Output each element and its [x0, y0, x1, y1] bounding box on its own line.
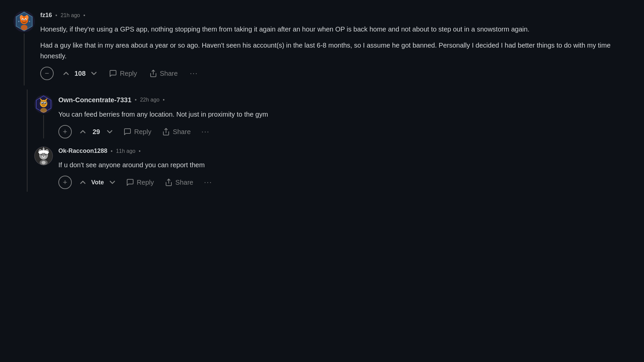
- svg-point-42: [42, 161, 46, 164]
- reply-button-ok-raccoon[interactable]: Reply: [123, 177, 157, 188]
- avatar-own-concentrate: [34, 95, 53, 114]
- reply-body-own-concentrate: Own-Concentrate-7331 • 22h ago • You can…: [58, 95, 631, 138]
- username-ok-raccoon: Ok-Raccoon1288: [58, 146, 107, 156]
- dot-sep-r2: •: [111, 147, 113, 155]
- reply-button-fz16[interactable]: Reply: [106, 68, 140, 79]
- dot-sep-r1-2: •: [163, 96, 165, 104]
- reply-text-ok-raccoon: If u don't see anyone around you can rep…: [58, 160, 631, 170]
- reply-icon-r1: [123, 128, 131, 136]
- timestamp-fz16: 21h ago: [61, 11, 80, 19]
- downvote-button-ok-raccoon[interactable]: [107, 177, 118, 188]
- share-button-own-concentrate[interactable]: Share: [159, 126, 193, 137]
- more-button-fz16[interactable]: ···: [187, 68, 201, 79]
- downvote-button-fz16[interactable]: [88, 68, 100, 79]
- reply-left-col-2: [34, 146, 53, 189]
- dot-sep-r1: •: [135, 96, 137, 104]
- top-level-comment: fz16 • 21h ago • Honestly, if they're us…: [13, 7, 631, 89]
- svg-point-32: [45, 154, 46, 155]
- comment-header-ok-raccoon: Ok-Raccoon1288 • 11h ago •: [58, 146, 631, 156]
- reply-body-ok-raccoon: Ok-Raccoon1288 • 11h ago • If u don't se…: [58, 146, 631, 189]
- vote-count-ok-raccoon: Vote: [91, 178, 104, 187]
- downvote-button-own-concentrate[interactable]: [104, 126, 115, 137]
- reply-text-own-concentrate: You can feed berries from any location. …: [58, 109, 631, 120]
- upvote-button-fz16[interactable]: [60, 68, 72, 79]
- svg-point-7: [25, 19, 26, 20]
- timestamp-own-concentrate: 22h ago: [140, 96, 159, 104]
- comments-container: fz16 • 21h ago • Honestly, if they're us…: [0, 0, 644, 198]
- reply-left-col-1: [34, 95, 53, 138]
- action-bar-ok-raccoon: + Vote: [58, 176, 631, 189]
- downvote-icon: [90, 69, 98, 78]
- thread-line-reply-1: [43, 115, 44, 138]
- action-bar-fz16: − 108: [40, 67, 631, 80]
- downvote-icon-r2: [108, 178, 117, 187]
- comment-body-fz16: fz16 • 21h ago • Honestly, if they're us…: [40, 11, 631, 85]
- collapse-button-fz16[interactable]: −: [40, 67, 54, 80]
- comment-header-own-concentrate: Own-Concentrate-7331 • 22h ago •: [58, 95, 631, 105]
- dot-separator: •: [55, 11, 57, 19]
- share-icon: [149, 69, 157, 77]
- upvote-button-ok-raccoon[interactable]: [77, 177, 89, 188]
- svg-point-34: [43, 156, 44, 157]
- svg-point-8: [21, 25, 28, 30]
- share-icon-r1: [162, 128, 170, 136]
- username-fz16: fz16: [40, 11, 52, 20]
- upvote-icon-r1: [78, 127, 87, 136]
- svg-point-23: [40, 108, 47, 113]
- expand-button-ok-raccoon[interactable]: +: [58, 176, 72, 189]
- more-button-own-concentrate[interactable]: ···: [199, 126, 212, 137]
- svg-point-10: [29, 21, 30, 22]
- avatar: [13, 11, 35, 32]
- vote-group-fz16: 108: [60, 68, 100, 79]
- comment-text-fz16-p2: Had a guy like that in my area about a y…: [40, 40, 631, 61]
- action-bar-own-concentrate: + 29: [58, 125, 631, 138]
- comment-header-fz16: fz16 • 21h ago •: [40, 11, 631, 20]
- svg-point-9: [18, 21, 19, 22]
- vote-group-ok-raccoon: Vote: [77, 177, 118, 188]
- comment-text-fz16-p1: Honestly, if they're using a GPS app, no…: [40, 24, 631, 35]
- svg-point-31: [41, 154, 42, 155]
- avatar-ok-raccoon: [34, 146, 53, 165]
- thread-line: [24, 34, 24, 85]
- svg-point-43: [43, 148, 45, 150]
- downvote-icon-r1: [105, 127, 114, 136]
- username-own-concentrate: Own-Concentrate-7331: [58, 95, 131, 105]
- upvote-icon: [62, 69, 70, 78]
- share-icon-r2: [165, 178, 173, 186]
- share-button-ok-raccoon[interactable]: Share: [162, 177, 196, 188]
- replies-container: Own-Concentrate-7331 • 22h ago • You can…: [27, 89, 631, 192]
- vote-count-fz16: 108: [74, 68, 86, 78]
- more-button-ok-raccoon[interactable]: ···: [201, 177, 215, 188]
- vote-count-own-concentrate: 29: [91, 127, 101, 137]
- expand-button-own-concentrate[interactable]: +: [58, 125, 72, 138]
- svg-point-6: [22, 19, 23, 20]
- share-button-fz16[interactable]: Share: [147, 68, 180, 79]
- reply-comment-ok-raccoon: Ok-Raccoon1288 • 11h ago • If u don't se…: [28, 141, 631, 192]
- reply-button-own-concentrate[interactable]: Reply: [121, 126, 154, 137]
- vote-group-own-concentrate: 29: [77, 126, 115, 137]
- upvote-icon-r2: [78, 178, 87, 187]
- upvote-button-own-concentrate[interactable]: [77, 126, 89, 137]
- timestamp-ok-raccoon: 11h ago: [116, 147, 136, 155]
- reply-comment-own-concentrate: Own-Concentrate-7331 • 22h ago • You can…: [28, 89, 631, 141]
- dot-separator-2: •: [83, 11, 85, 19]
- reply-icon: [109, 69, 117, 77]
- comment-left-col: [13, 11, 35, 85]
- reply-icon-r2: [126, 178, 134, 186]
- dot-sep-r2-2: •: [139, 147, 141, 155]
